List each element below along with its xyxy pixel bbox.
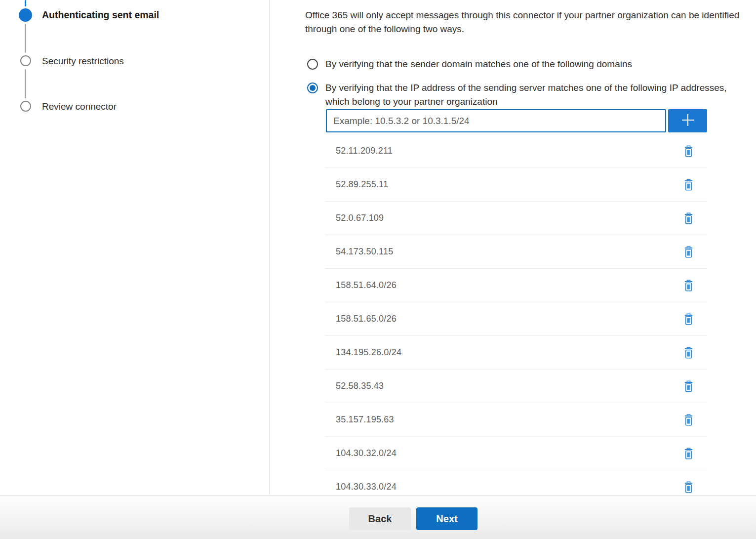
delete-ip-button[interactable] [682,177,695,192]
step-connector [25,69,26,98]
delete-ip-button[interactable] [682,312,695,327]
ip-address: 104.30.32.0/24 [336,448,397,458]
step-review-connector: Review connector [42,101,117,112]
trash-icon [683,387,694,394]
next-button[interactable]: Next [416,507,477,530]
sidebar-content-divider [269,0,270,495]
ip-address: 104.30.33.0/24 [336,482,397,492]
trash-icon [683,219,694,226]
step-authenticating-sent-email: Authenticating sent email [42,9,159,21]
ip-row: 35.157.195.63 [325,403,707,437]
ip-address: 52.11.209.211 [336,146,393,156]
radio-option-label: By verifying that the sender domain matc… [325,57,731,71]
trash-icon [683,185,694,193]
radio-option-sender-domain[interactable]: By verifying that the sender domain matc… [307,59,731,71]
radio-option-label: By verifying that the IP address of the … [325,81,731,109]
delete-ip-button[interactable] [682,245,695,259]
wizard-footer: Back Next [0,495,756,539]
ip-address: 35.157.195.63 [336,415,394,425]
step-pending-dot-icon [20,55,31,66]
ip-row: 104.30.32.0/24 [325,437,707,470]
trash-icon [683,420,694,428]
radio-option-ip-address[interactable]: By verifying that the IP address of the … [307,83,731,109]
add-ip-button[interactable] [668,109,707,132]
ip-address: 52.0.67.109 [336,213,384,223]
delete-ip-button[interactable] [682,379,695,394]
trash-icon [683,353,694,361]
ip-address: 158.51.64.0/26 [336,280,397,290]
ip-address-input[interactable] [326,109,666,132]
radio-selected-icon[interactable] [307,83,318,93]
ip-row: 158.51.65.0/26 [325,302,707,336]
step-pending-dot-icon [20,101,31,112]
plus-icon [679,112,696,130]
delete-ip-button[interactable] [682,446,695,461]
trash-icon [683,320,694,327]
back-button[interactable]: Back [349,507,411,530]
delete-ip-button[interactable] [682,345,695,360]
ip-address: 52.89.255.11 [336,179,388,190]
ip-row: 52.58.35.43 [325,370,707,403]
ip-input-row [326,109,707,132]
step-active-dot-icon [19,8,32,22]
delete-ip-button[interactable] [682,211,695,226]
delete-ip-button[interactable] [682,413,695,427]
ip-address: 158.51.65.0/26 [336,314,397,324]
step-connector-completed [25,0,26,6]
ip-list: 52.11.209.211 52.89.255.11 [325,134,707,504]
step-connector [25,24,26,53]
ip-row: 158.51.64.0/26 [325,269,707,302]
delete-ip-button[interactable] [682,480,695,495]
trash-icon [683,252,694,260]
delete-ip-button[interactable] [682,278,695,293]
radio-unselected-icon[interactable] [307,59,318,70]
ip-row: 54.173.50.115 [325,235,707,269]
delete-ip-button[interactable] [682,144,695,159]
step-security-restrictions: Security restrictions [42,56,124,67]
ip-row: 134.195.26.0/24 [325,336,707,370]
ip-address: 134.195.26.0/24 [336,347,401,358]
trash-icon [683,488,694,495]
trash-icon [683,454,694,461]
ip-row: 52.0.67.109 [325,202,707,235]
ip-address: 52.58.35.43 [336,381,384,391]
trash-icon [683,286,694,293]
ip-row: 52.89.255.11 [325,168,707,202]
trash-icon [683,152,694,159]
ip-address: 54.173.50.115 [336,247,393,257]
connector-wizard-screen: Authenticating sent email Security restr… [0,0,756,539]
ip-row: 52.11.209.211 [325,134,707,168]
intro-text: Office 365 will only accept messages thr… [305,8,756,36]
